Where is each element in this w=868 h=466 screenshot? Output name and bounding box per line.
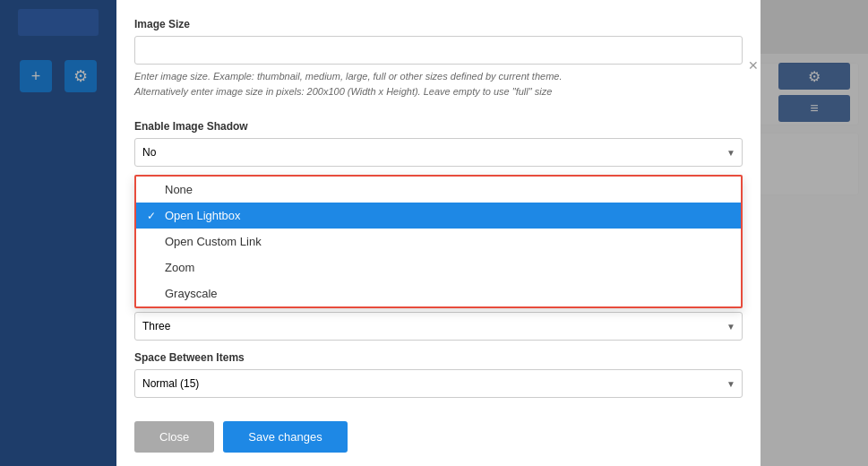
space-section: Space Between Items None (0) Small (5) N… (134, 351, 743, 398)
enable-shadow-label: Enable Image Shadow (134, 120, 743, 133)
columns-wrapper: One Two Three Four Five ▼ (134, 312, 743, 341)
columns-section: One Two Three Four Five ▼ (134, 312, 743, 341)
dropdown-label-none: None (165, 183, 193, 196)
modal-dialog: Image Size Enter image size. Example: th… (116, 0, 761, 466)
columns-select[interactable]: One Two Three Four Five (134, 312, 743, 341)
space-label: Space Between Items (134, 351, 743, 364)
image-size-label: Image Size (134, 18, 743, 30)
dropdown-label-open-custom-link: Open Custom Link (165, 235, 262, 248)
checkmark-open-lightbox: ✓ (147, 210, 159, 222)
enable-shadow-section: Enable Image Shadow No Yes ▼ (134, 120, 743, 167)
dropdown-option-none[interactable]: None (136, 177, 741, 203)
dropdown-label-zoom: Zoom (165, 261, 194, 274)
modal-close-x[interactable]: ✕ (748, 58, 759, 73)
image-size-input[interactable] (134, 36, 743, 65)
enable-shadow-wrapper: No Yes ▼ (134, 138, 743, 167)
space-select[interactable]: None (0) Small (5) Normal (15) Large (25… (134, 369, 743, 398)
dropdown-option-open-custom-link[interactable]: Open Custom Link (136, 229, 741, 255)
enable-shadow-select[interactable]: No Yes (134, 138, 743, 167)
image-behavior-dropdown: None ✓ Open Lightbox Open Custom Link Zo… (134, 175, 743, 308)
close-button[interactable]: Close (134, 421, 214, 453)
dropdown-option-open-lightbox[interactable]: ✓ Open Lightbox (136, 203, 741, 229)
dropdown-label-grayscale: Grayscale (165, 287, 218, 300)
save-button[interactable]: Save changes (223, 421, 347, 453)
dropdown-option-zoom[interactable]: Zoom (136, 255, 741, 280)
image-size-section: Image Size Enter image size. Example: th… (134, 18, 743, 109)
dropdown-option-grayscale[interactable]: Grayscale (136, 280, 741, 306)
space-wrapper: None (0) Small (5) Normal (15) Large (25… (134, 369, 743, 398)
image-size-help: Enter image size. Example: thumbnail, me… (134, 69, 743, 99)
button-row: Close Save changes (134, 421, 348, 453)
dropdown-label-open-lightbox: Open Lightbox (165, 209, 241, 222)
